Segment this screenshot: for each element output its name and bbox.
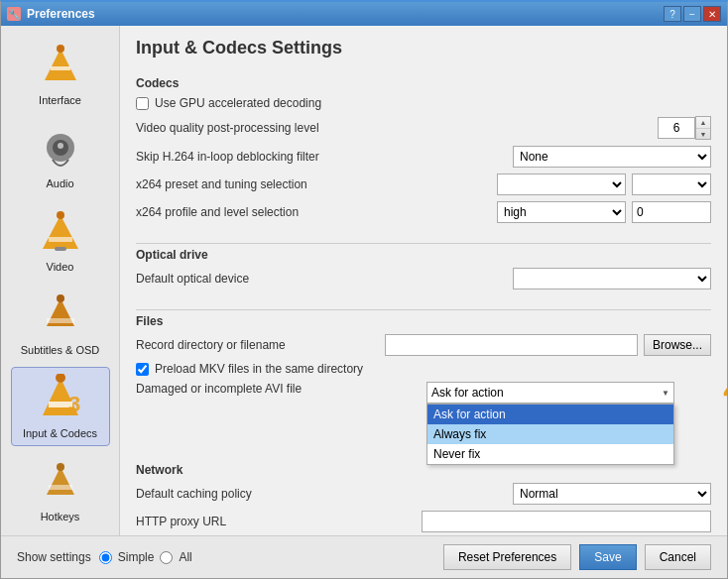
dropdown-item-never-fix[interactable]: Never fix	[427, 444, 673, 464]
x264-preset-select1[interactable]	[497, 174, 626, 195]
network-section: Network Default caching policy Normal Lo…	[136, 463, 711, 535]
optical-header: Optical drive	[136, 248, 711, 262]
close-button[interactable]: ✕	[703, 6, 721, 22]
show-settings-group: Show settings Simple All	[17, 550, 192, 564]
spinner-down[interactable]: ▼	[696, 128, 710, 139]
caching-select[interactable]: Normal Lowest latency Low latency High l…	[513, 483, 711, 505]
svg-marker-0	[45, 49, 76, 80]
x264-preset-row: x264 preset and tuning selection	[136, 174, 711, 195]
x264-profile-row: x264 profile and level selection baselin…	[136, 201, 711, 223]
sidebar-item-input-codecs[interactable]: 3 Input & Codecs	[11, 367, 110, 446]
optical-device-row: Default optical device	[136, 268, 711, 290]
sidebar-input-codecs-label: Input & Codecs	[23, 427, 97, 439]
x264-profile-select[interactable]: baseline main high	[497, 201, 626, 223]
x264-preset-label: x264 preset and tuning selection	[136, 177, 491, 191]
skip-h264-row: Skip H.264 in-loop deblocking filter Non…	[136, 146, 711, 168]
damaged-avi-row: Damaged or incomplete AVI file Ask for a…	[136, 382, 711, 404]
sidebar-subtitles-label: Subtitles & OSD	[21, 344, 99, 356]
svg-point-5	[58, 143, 63, 149]
preload-mkv-row: Preload MKV files in the same directory	[136, 362, 711, 376]
audio-icon	[35, 124, 86, 175]
gpu-accel-checkbox[interactable]	[136, 97, 149, 110]
svg-point-19	[57, 463, 64, 471]
all-label: All	[179, 550, 191, 564]
browse-button[interactable]: Browse...	[644, 334, 711, 356]
window-title: Preferences	[27, 7, 95, 21]
svg-rect-11	[47, 318, 74, 323]
video-quality-spinner: ▲ ▼	[658, 116, 711, 140]
proxy-row: HTTP proxy URL	[136, 511, 711, 532]
optical-device-label: Default optical device	[136, 272, 507, 286]
record-row: Record directory or filename Browse...	[136, 334, 711, 356]
damaged-avi-dropdown[interactable]: Ask for action ▼	[426, 382, 674, 404]
video-quality-label: Video quality post-processing level	[136, 121, 652, 135]
gpu-accel-row: Use GPU accelerated decoding	[136, 96, 711, 110]
bottom-bar: Show settings Simple All Reset Preferenc…	[1, 535, 727, 578]
svg-rect-18	[49, 485, 72, 490]
preferences-window: 🔧 Preferences ? − ✕ Interface	[0, 0, 728, 579]
dropdown-arrow-icon: ▼	[662, 389, 669, 398]
simple-label: Simple	[118, 550, 155, 564]
x264-profile-label: x264 profile and level selection	[136, 205, 491, 219]
sidebar: Interface Audio	[1, 26, 120, 535]
video-icon	[35, 207, 86, 259]
sidebar-hotkeys-label: Hotkeys	[41, 511, 80, 522]
dropdown-item-always-fix[interactable]: Always fix	[427, 424, 673, 444]
save-button[interactable]: Save	[579, 544, 636, 570]
minimize-button[interactable]: −	[683, 6, 701, 22]
app-icon: 🔧	[7, 7, 21, 21]
svg-rect-9	[55, 247, 66, 251]
sidebar-video-label: Video	[47, 261, 74, 273]
reset-preferences-button[interactable]: Reset Preferences	[443, 544, 571, 570]
svg-text:3: 3	[68, 392, 80, 416]
sidebar-item-audio[interactable]: Audio	[11, 117, 110, 196]
svg-marker-6	[43, 215, 78, 249]
damaged-avi-label: Damaged or incomplete AVI file	[136, 382, 421, 396]
simple-radio[interactable]	[99, 551, 112, 564]
preload-mkv-label: Preload MKV files in the same directory	[155, 362, 363, 376]
title-bar: 🔧 Preferences ? − ✕	[1, 2, 727, 26]
video-quality-row: Video quality post-processing level ▲ ▼	[136, 116, 711, 140]
sidebar-item-video[interactable]: Video	[11, 200, 110, 280]
record-input[interactable]	[385, 334, 638, 356]
proxy-input[interactable]	[422, 511, 711, 532]
skip-h264-select[interactable]: None All Non-ref	[513, 146, 711, 168]
damaged-avi-dropdown-container: Ask for action ▼ Ask for action Always f…	[426, 382, 711, 404]
record-label: Record directory or filename	[136, 338, 379, 352]
gpu-accel-label: Use GPU accelerated decoding	[155, 96, 321, 110]
svg-point-12	[57, 294, 64, 302]
sidebar-interface-label: Interface	[39, 94, 81, 106]
svg-rect-7	[49, 237, 72, 242]
window-body: Interface Audio	[1, 26, 727, 535]
interface-icon	[35, 41, 86, 92]
video-quality-input[interactable]	[658, 117, 695, 139]
x264-preset-select2[interactable]	[632, 174, 711, 195]
damaged-avi-dropdown-popup: Ask for action Always fix Never fix	[426, 404, 674, 465]
skip-h264-label: Skip H.264 in-loop deblocking filter	[136, 150, 507, 164]
cancel-button[interactable]: Cancel	[645, 544, 711, 570]
input-codecs-icon: 3	[35, 374, 86, 425]
svg-point-8	[57, 211, 64, 219]
number-badge: 4	[723, 374, 727, 405]
x264-level-input[interactable]	[632, 201, 711, 223]
all-radio[interactable]	[160, 551, 173, 564]
proxy-label: HTTP proxy URL	[136, 515, 416, 528]
preload-mkv-checkbox[interactable]	[136, 363, 149, 376]
dropdown-item-ask[interactable]: Ask for action	[427, 405, 673, 424]
caching-label: Default caching policy	[136, 487, 507, 501]
spinner-up[interactable]: ▲	[696, 117, 710, 128]
files-section: Files Record directory or filename Brows…	[136, 314, 711, 451]
show-settings-label: Show settings	[17, 550, 91, 564]
sidebar-item-interface[interactable]: Interface	[11, 34, 110, 113]
help-button[interactable]: ?	[664, 6, 681, 22]
optical-section: Optical drive Default optical device	[136, 248, 711, 295]
sidebar-audio-label: Audio	[46, 177, 73, 189]
svg-marker-17	[47, 467, 74, 495]
sidebar-item-hotkeys[interactable]: Hotkeys	[11, 450, 110, 529]
damaged-avi-value: Ask for action	[431, 386, 504, 400]
sidebar-item-subtitles[interactable]: Subtitles & OSD	[11, 284, 110, 363]
svg-rect-1	[51, 66, 70, 70]
caching-row: Default caching policy Normal Lowest lat…	[136, 483, 711, 505]
optical-device-select[interactable]	[513, 268, 711, 290]
svg-point-2	[57, 45, 64, 53]
